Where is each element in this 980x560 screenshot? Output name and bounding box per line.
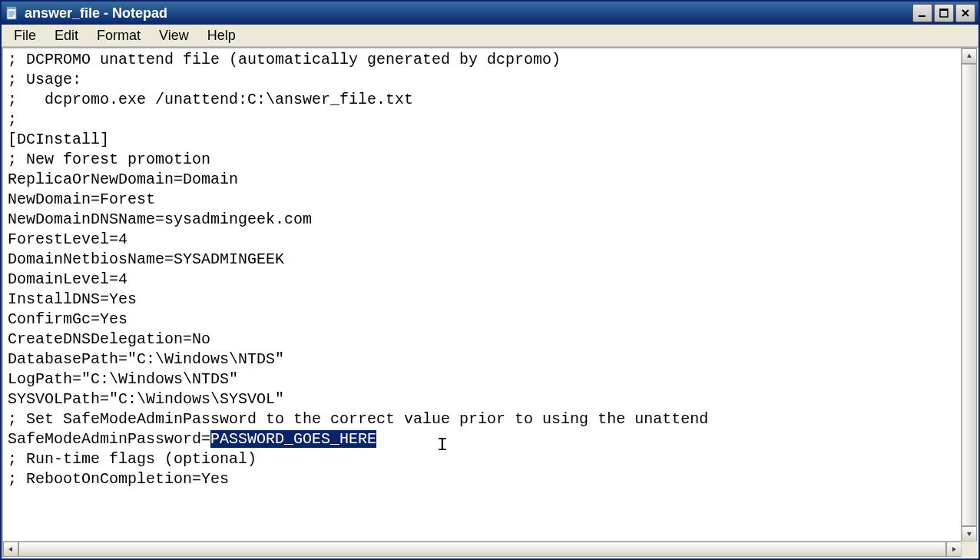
text-line: ; New forest promotion [8, 151, 210, 168]
svg-rect-1 [7, 7, 16, 9]
svg-rect-6 [919, 15, 925, 17]
scroll-up-button[interactable] [962, 48, 977, 64]
maximize-button[interactable] [934, 4, 954, 22]
svg-rect-8 [940, 9, 948, 11]
scroll-left-button[interactable] [3, 542, 18, 557]
window-title: answer_file - Notepad [25, 5, 912, 22]
menu-view[interactable]: View [150, 26, 198, 45]
text-line: DatabasePath="C:\Windows\NTDS" [8, 350, 284, 368]
text-area: ; DCPROMO unattend file (automatically g… [3, 48, 977, 557]
horizontal-scrollbar[interactable] [3, 541, 962, 557]
chevron-up-icon [966, 53, 972, 59]
text-line: NewDomainDNSName=sysadmingeek.com [8, 210, 312, 228]
horizontal-scroll-thumb[interactable] [18, 542, 946, 557]
text-line: InstallDNS=Yes [8, 290, 137, 308]
minimize-button[interactable] [912, 4, 932, 22]
text-editor[interactable]: ; DCPROMO unattend file (automatically g… [3, 48, 962, 557]
notepad-window: answer_file - Notepad File Edit Format V… [0, 0, 980, 560]
menu-file[interactable]: File [5, 26, 45, 45]
text-line: SafeModeAdminPassword= [8, 430, 210, 448]
menu-edit[interactable]: Edit [45, 26, 88, 45]
close-button[interactable] [955, 4, 975, 22]
vertical-scroll-track[interactable] [962, 64, 977, 526]
text-line: ; Set SafeModeAdminPassword to the corre… [8, 410, 708, 428]
text-line: ; Run-time flags (optional) [8, 450, 257, 468]
selected-text: PASSWORD_GOES_HERE [210, 430, 376, 448]
text-line: [DCInstall] [8, 131, 109, 148]
text-line: DomainLevel=4 [8, 270, 127, 288]
text-line: DomainNetbiosName=SYSADMINGEEK [8, 250, 284, 268]
menu-help[interactable]: Help [198, 26, 245, 45]
text-line: LogPath="C:\Windows\NTDS" [8, 370, 238, 388]
text-line: ConfirmGc=Yes [8, 310, 127, 328]
menu-bar: File Edit Format View Help [2, 25, 978, 47]
chevron-right-icon [951, 546, 957, 552]
text-line: CreateDNSDelegation=No [8, 330, 210, 348]
text-line: NewDomain=Forest [8, 191, 155, 208]
horizontal-scroll-track[interactable] [18, 542, 946, 557]
scroll-right-button[interactable] [946, 542, 962, 557]
text-line: ; DCPROMO unattend file (automatically g… [8, 51, 561, 68]
scroll-down-button[interactable] [962, 526, 977, 542]
menu-format[interactable]: Format [88, 26, 150, 45]
vertical-scrollbar[interactable] [961, 48, 977, 542]
text-line: ; RebootOnCompletion=Yes [8, 470, 229, 488]
notepad-icon [5, 5, 20, 21]
client-area: ; DCPROMO unattend file (automatically g… [2, 47, 978, 558]
text-line: ; dcpromo.exe /unattend:C:\answer_file.t… [8, 91, 413, 108]
window-controls [912, 4, 975, 22]
text-line: ForestLevel=4 [8, 230, 127, 248]
title-bar[interactable]: answer_file - Notepad [2, 2, 978, 25]
text-line: ; [8, 111, 17, 128]
text-line: ReplicaOrNewDomain=Domain [8, 171, 238, 188]
chevron-left-icon [8, 546, 14, 552]
chevron-down-icon [966, 531, 972, 537]
scroll-corner [961, 541, 977, 557]
text-line: ; Usage: [8, 71, 81, 88]
text-line: SYSVOLPath="C:\Windows\SYSVOL" [8, 390, 284, 408]
vertical-scroll-thumb[interactable] [962, 64, 977, 526]
